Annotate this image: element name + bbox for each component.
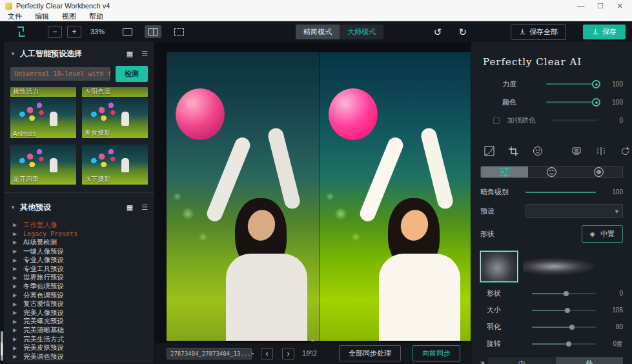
tree-item[interactable]: ▶完美皮肤预设 bbox=[13, 343, 154, 352]
color-slider[interactable] bbox=[546, 101, 598, 103]
size-slider[interactable] bbox=[532, 310, 596, 311]
list-view-icon[interactable]: ☰ bbox=[141, 50, 148, 58]
tree-item[interactable]: ▶完美清晰基础 bbox=[13, 326, 154, 335]
segment-outer[interactable]: 外 bbox=[556, 357, 623, 364]
rotate-icon[interactable] bbox=[620, 145, 630, 157]
expand-icon[interactable]: ▶ bbox=[13, 283, 18, 289]
rotate-slider[interactable] bbox=[532, 343, 596, 345]
skin-tone-slider[interactable] bbox=[551, 119, 598, 121]
preset-thumbnail-partial[interactable]: 夕阳色温 bbox=[82, 87, 148, 97]
preset-thumbnail-animals[interactable]: Animals bbox=[10, 98, 76, 138]
tree-item[interactable]: ▶复古爱情预设 bbox=[13, 299, 154, 308]
tree-item[interactable]: ▶冬季仙境预设 bbox=[13, 282, 154, 291]
sync-all-button[interactable]: 全部同步处理 bbox=[339, 345, 401, 361]
face-icon[interactable] bbox=[533, 145, 543, 157]
sync-forward-button[interactable]: 向前同步 bbox=[413, 345, 460, 361]
grid-view-icon[interactable]: ▦ bbox=[127, 50, 133, 58]
expand-icon[interactable]: ▶ bbox=[13, 319, 18, 325]
tree-item[interactable]: ▶完美曝光预设 bbox=[13, 318, 154, 327]
preview-image-before[interactable] bbox=[167, 52, 319, 341]
tree-item[interactable]: ▶专业工具预设 bbox=[13, 265, 154, 274]
previous-image-button[interactable]: ‹ bbox=[261, 348, 273, 359]
expand-icon[interactable]: ▶ bbox=[13, 292, 18, 298]
file-select-dropdown[interactable]: 27873404_27873404_13... ▾ bbox=[167, 348, 252, 359]
slider-knob[interactable] bbox=[592, 98, 600, 106]
collapse-icon[interactable]: ▼ bbox=[10, 205, 15, 210]
ai-preset-dropdown[interactable]: Universal 10-level with fine bbox=[10, 67, 110, 81]
strength-slider[interactable] bbox=[546, 83, 598, 85]
scrollbar-thumb[interactable] bbox=[1, 331, 3, 361]
segment-inner[interactable]: 内 bbox=[488, 357, 555, 364]
tree-item-studio-portrait[interactable]: ▶工作室人像 bbox=[13, 221, 154, 230]
expand-icon[interactable]: ▶ bbox=[13, 231, 18, 237]
expand-icon[interactable]: ▶ bbox=[13, 222, 18, 228]
tree-item[interactable]: ▶世界旅行预设 bbox=[13, 274, 154, 283]
save-all-button[interactable]: 保存全部 bbox=[511, 24, 566, 40]
tab-face-retouch[interactable] bbox=[528, 167, 575, 177]
minimize-button[interactable]: — bbox=[571, 2, 591, 10]
curves-icon[interactable] bbox=[484, 145, 494, 157]
single-view-button[interactable] bbox=[119, 25, 136, 38]
expand-icon[interactable]: ▶ bbox=[13, 354, 18, 359]
side-by-side-view-button[interactable] bbox=[170, 25, 187, 38]
tree-item[interactable]: ▶完美调色预设 bbox=[13, 352, 154, 361]
grid-view-icon[interactable]: ▦ bbox=[127, 203, 133, 212]
tree-item[interactable]: ▶完美生活方式 bbox=[13, 335, 154, 344]
tab-makeup[interactable] bbox=[575, 167, 622, 177]
flip-horizontal-icon[interactable] bbox=[596, 145, 606, 157]
maximize-button[interactable]: ☐ bbox=[591, 2, 610, 10]
split-view-button[interactable] bbox=[145, 25, 161, 38]
ai-presets-section-header[interactable]: ▼ 人工智能预设选择 ▦ ☰ bbox=[4, 42, 154, 63]
expand-icon[interactable]: ▶ bbox=[13, 336, 18, 342]
shape-slider[interactable] bbox=[532, 293, 596, 294]
center-button[interactable]: ◈ 中置 bbox=[582, 225, 623, 243]
crop-icon[interactable] bbox=[509, 145, 518, 157]
vignette-shape-preview[interactable] bbox=[523, 257, 600, 276]
menu-edit[interactable]: 编辑 bbox=[35, 12, 49, 21]
preset-thumbnail-food[interactable]: 美食摄影 bbox=[82, 98, 148, 138]
list-view-icon[interactable]: ☰ bbox=[141, 203, 148, 212]
close-button[interactable]: ✕ bbox=[610, 2, 629, 10]
skin-tone-checkbox[interactable] bbox=[493, 117, 500, 124]
tab-adjustments[interactable] bbox=[481, 167, 528, 177]
expand-icon[interactable]: ▶ bbox=[13, 310, 18, 316]
expand-icon[interactable]: ▶ bbox=[13, 345, 18, 351]
master-mode-tab[interactable]: 大师模式 bbox=[340, 25, 383, 39]
expand-icon[interactable]: ▶ bbox=[13, 258, 18, 263]
zoom-in-button[interactable]: + bbox=[67, 26, 81, 38]
tree-item[interactable]: ▶分离色调预设 bbox=[13, 291, 154, 300]
simple-mode-tab[interactable]: 精简模式 bbox=[296, 25, 340, 39]
expand-icon[interactable]: ▶ bbox=[13, 266, 18, 272]
left-scrollbar[interactable] bbox=[0, 42, 4, 363]
tree-item[interactable]: ▶专业人像预设 bbox=[13, 256, 154, 265]
redo-icon[interactable]: ↻ bbox=[458, 27, 467, 37]
vignette-shape-preview-selected[interactable] bbox=[480, 251, 518, 282]
collapse-icon[interactable]: ▼ bbox=[10, 51, 15, 57]
tree-item-ai-scene[interactable]: ▶AI场景检测 bbox=[13, 238, 154, 247]
filmstrip-expand-icon[interactable]: ▲ bbox=[310, 336, 316, 343]
preview-image-after[interactable] bbox=[319, 52, 471, 341]
menu-file[interactable]: 文件 bbox=[8, 12, 22, 21]
compare-icon[interactable] bbox=[571, 145, 582, 157]
save-button[interactable]: 保存 bbox=[583, 25, 626, 39]
expand-icon[interactable]: ▶ bbox=[13, 248, 18, 254]
expand-icon[interactable]: ▶ bbox=[13, 301, 18, 307]
tree-item-legacy-presets[interactable]: ▶Legacy Presets bbox=[13, 230, 154, 239]
slider-knob[interactable] bbox=[592, 80, 600, 88]
zoom-out-button[interactable]: − bbox=[48, 26, 62, 38]
tree-item[interactable]: ▶一键人像预设 bbox=[13, 247, 154, 256]
preset-thumbnail-partial[interactable]: 极致活力 bbox=[10, 87, 76, 97]
vignette-preset-dropdown[interactable]: ▾ bbox=[525, 204, 623, 218]
detect-button[interactable]: 检测 bbox=[116, 66, 148, 82]
menu-help[interactable]: 帮助 bbox=[89, 12, 103, 21]
feather-slider[interactable] bbox=[532, 327, 596, 328]
collapse-icon[interactable]: ◥ bbox=[480, 361, 484, 364]
preset-thumbnail-underwater[interactable]: 水下摄影 bbox=[82, 145, 148, 185]
other-presets-section-header[interactable]: ▼ 其他预设 ▦ ☰ bbox=[4, 196, 154, 217]
menu-view[interactable]: 视图 bbox=[62, 12, 76, 21]
undo-icon[interactable]: ↺ bbox=[434, 27, 442, 37]
expand-icon[interactable]: ▶ bbox=[13, 327, 18, 333]
preset-thumbnail-flowers[interactable]: 花开四季 bbox=[10, 145, 76, 185]
expand-icon[interactable]: ▶ bbox=[13, 275, 18, 281]
tree-item[interactable]: ▶完美人像预设 bbox=[13, 308, 154, 318]
